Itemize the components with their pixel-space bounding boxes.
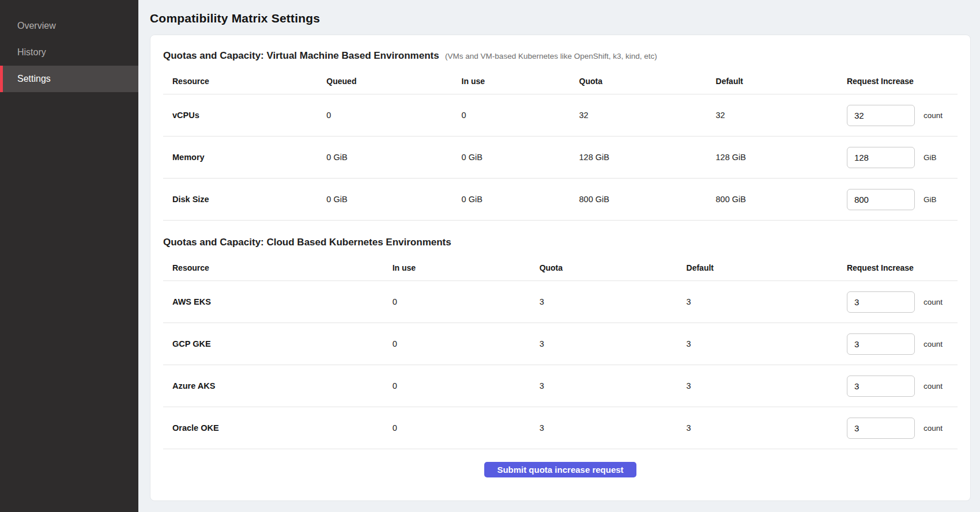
in-use-value: 0 GiB: [453, 179, 570, 221]
resource-name: Disk Size: [163, 179, 317, 221]
table-row-memory: Memory 0 GiB 0 GiB 128 GiB 128 GiB GiB: [163, 136, 958, 179]
queued-value: 0 GiB: [317, 136, 452, 179]
in-use-value: 0: [383, 323, 530, 365]
cloud-table-header: Resource In use Quota Default Request In…: [163, 254, 958, 281]
in-use-value: 0: [383, 407, 530, 449]
vcpus-request-input[interactable]: [847, 105, 915, 126]
vm-table-header: Resource Queued In use Quota Default Req…: [163, 67, 958, 94]
cloud-quota-table: Resource In use Quota Default Request In…: [163, 254, 958, 449]
queued-value: 0: [317, 94, 452, 136]
app-window: Overview History Settings Compatibility …: [0, 0, 980, 512]
table-row-aws-eks: AWS EKS 0 3 3 count: [163, 281, 958, 323]
col-header-queued: Queued: [317, 67, 452, 94]
unit-label: count: [924, 111, 943, 120]
in-use-value: 0: [383, 281, 530, 323]
vm-section-title: Quotas and Capacity: Virtual Machine Bas…: [163, 50, 439, 61]
page-title: Compatibility Matrix Settings: [150, 12, 971, 25]
submit-quota-increase-button[interactable]: Submit quota increase request: [484, 462, 636, 477]
col-header-quota: Quota: [570, 67, 707, 94]
default-value: 800 GiB: [707, 179, 838, 221]
table-row-gcp-gke: GCP GKE 0 3 3 count: [163, 323, 958, 365]
default-value: 3: [677, 365, 838, 407]
resource-name: AWS EKS: [163, 281, 383, 323]
col-header-request-increase: Request Increase: [838, 254, 958, 281]
in-use-value: 0: [383, 365, 530, 407]
quota-value: 3: [530, 365, 677, 407]
resource-name: GCP GKE: [163, 323, 383, 365]
col-header-in-use: In use: [383, 254, 530, 281]
vm-quota-table: Resource Queued In use Quota Default Req…: [163, 67, 958, 221]
table-row-vcpus: vCPUs 0 0 32 32 count: [163, 94, 958, 136]
unit-label: count: [924, 382, 943, 390]
col-header-default: Default: [677, 254, 838, 281]
default-value: 3: [677, 407, 838, 449]
col-header-resource: Resource: [163, 67, 317, 94]
vm-section-heading: Quotas and Capacity: Virtual Machine Bas…: [163, 50, 958, 62]
queued-value: 0 GiB: [317, 179, 452, 221]
in-use-value: 0 GiB: [453, 136, 570, 179]
memory-request-input[interactable]: [847, 147, 915, 168]
table-row-disk-size: Disk Size 0 GiB 0 GiB 800 GiB 800 GiB Gi…: [163, 179, 958, 221]
col-header-default: Default: [707, 67, 838, 94]
resource-name: Azure AKS: [163, 365, 383, 407]
quotas-card: Quotas and Capacity: Virtual Machine Bas…: [150, 35, 971, 501]
cloud-section-heading: Quotas and Capacity: Cloud Based Kuberne…: [163, 237, 958, 248]
col-header-request-increase: Request Increase: [838, 67, 958, 94]
default-value: 128 GiB: [707, 136, 838, 179]
quota-value: 128 GiB: [570, 136, 707, 179]
resource-name: Memory: [163, 136, 317, 179]
azure-aks-request-input[interactable]: [847, 376, 915, 397]
resource-name: Oracle OKE: [163, 407, 383, 449]
vm-section-subtitle: (VMs and VM-based Kubernetes like OpenSh…: [445, 52, 657, 60]
table-row-azure-aks: Azure AKS 0 3 3 count: [163, 365, 958, 407]
default-value: 3: [677, 281, 838, 323]
sidebar: Overview History Settings: [0, 0, 138, 512]
resource-name: vCPUs: [163, 94, 317, 136]
col-header-quota: Quota: [530, 254, 677, 281]
in-use-value: 0: [453, 94, 570, 136]
col-header-in-use: In use: [453, 67, 570, 94]
quota-value: 32: [570, 94, 707, 136]
unit-label: count: [924, 340, 943, 348]
sidebar-item-overview[interactable]: Overview: [0, 13, 138, 39]
unit-label: GiB: [924, 153, 937, 162]
sidebar-item-history[interactable]: History: [0, 39, 138, 66]
table-row-oracle-oke: Oracle OKE 0 3 3 count: [163, 407, 958, 449]
quota-value: 3: [530, 407, 677, 449]
col-header-resource: Resource: [163, 254, 383, 281]
oracle-oke-request-input[interactable]: [847, 418, 915, 439]
quota-value: 800 GiB: [570, 179, 707, 221]
quota-value: 3: [530, 323, 677, 365]
submit-row: Submit quota increase request: [163, 449, 958, 483]
disk-size-request-input[interactable]: [847, 189, 915, 210]
unit-label: count: [924, 298, 943, 306]
sidebar-item-settings[interactable]: Settings: [0, 66, 138, 92]
default-value: 32: [707, 94, 838, 136]
cloud-section-title: Quotas and Capacity: Cloud Based Kuberne…: [163, 237, 451, 248]
main-content: Compatibility Matrix Settings Quotas and…: [138, 0, 980, 512]
unit-label: count: [924, 424, 943, 433]
quota-value: 3: [530, 281, 677, 323]
unit-label: GiB: [924, 195, 937, 204]
default-value: 3: [677, 323, 838, 365]
gcp-gke-request-input[interactable]: [847, 333, 915, 355]
aws-eks-request-input[interactable]: [847, 291, 915, 313]
